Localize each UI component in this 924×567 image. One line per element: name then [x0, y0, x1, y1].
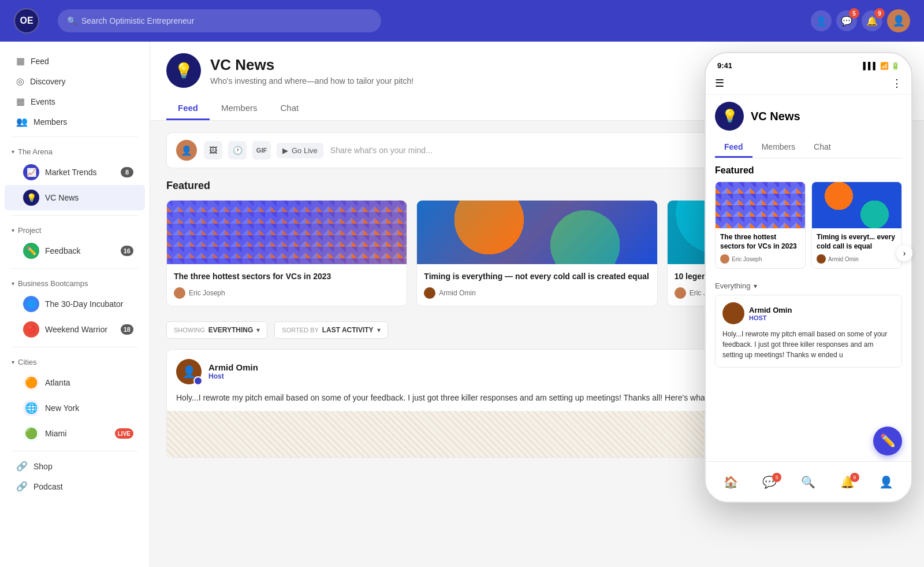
gif-button[interactable]: GIF: [252, 141, 271, 160]
author-avatar-1: [174, 287, 185, 299]
mobile-tab-chat[interactable]: Chat: [804, 138, 840, 158]
showing-dropdown[interactable]: SHOWING EVERYTHING ▾: [166, 321, 267, 339]
sidebar: ▦ Feed ◎ Discovery ▦ Events 👥 Members ▾ …: [0, 42, 150, 567]
mobile-nav-messages[interactable]: 💬 5: [762, 475, 777, 489]
author-avatar-3: [675, 287, 686, 299]
atlanta-dot: 🟠: [23, 375, 39, 391]
sorted-value: LAST ACTIVITY: [322, 326, 374, 334]
mobile-filter[interactable]: Everything ▾: [715, 277, 902, 295]
sidebar-item-warrior[interactable]: 🔴 Weekend Warrior 18: [5, 317, 145, 342]
sidebar-item-feedback[interactable]: ✏️ Feedback 16: [5, 238, 145, 264]
mobile-group-icon: 💡: [715, 102, 744, 131]
shop-label: Shop: [33, 462, 53, 471]
tab-members[interactable]: Members: [210, 97, 269, 120]
mobile-card-title-2: Timing is everyt... every cold call is e…: [817, 233, 897, 251]
sidebar-section-cities[interactable]: ▾ Cities: [0, 352, 150, 370]
mobile-more-icon[interactable]: ⋮: [892, 77, 902, 90]
showing-label: SHOWING: [174, 327, 205, 333]
sidebar-section-bootcamps[interactable]: ▾ Business Bootcamps: [0, 273, 150, 291]
mobile-fab-button[interactable]: ✏️: [873, 427, 902, 455]
mobile-notifications-badge: 9: [850, 473, 859, 482]
mobile-card-1[interactable]: The three hottest sectors for VCs in 202…: [715, 181, 806, 269]
members-icon: 👥: [16, 116, 28, 127]
chevron-down-icon: ▾: [12, 149, 14, 155]
mobile-nav-search[interactable]: 🔍: [801, 475, 815, 489]
sidebar-item-discovery[interactable]: ◎ Discovery: [5, 71, 145, 91]
feedback-badge: 16: [121, 246, 133, 256]
atlanta-label: Atlanta: [45, 378, 70, 387]
vc-news-label: VC News: [45, 193, 79, 202]
showing-chevron-icon: ▾: [256, 326, 260, 334]
sidebar-label-events: Events: [31, 97, 55, 106]
vc-news-icon: 💡: [23, 190, 39, 206]
post-author-info: Armid Omin Host: [208, 362, 258, 380]
incubator-icon: 🌐: [23, 296, 39, 312]
card-author-1: Eric Joseph: [174, 287, 400, 299]
sidebar-item-miami[interactable]: 🟢 Miami LIVE: [5, 421, 145, 446]
sidebar-item-market-trends[interactable]: 📈 Market Trends 8: [5, 160, 145, 185]
mobile-author-avatar-2: [817, 254, 826, 264]
sidebar-item-podcast[interactable]: 🔗 Podcast: [5, 476, 145, 496]
mobile-filter-label: Everything: [715, 281, 750, 290]
featured-card-1[interactable]: The three hottest sectors for VCs in 202…: [166, 200, 407, 306]
mobile-header: ☰ ⋮: [706, 72, 911, 95]
mobile-nav-notifications[interactable]: 🔔 9: [840, 475, 855, 489]
sidebar-item-atlanta[interactable]: 🟠 Atlanta: [5, 370, 145, 395]
mobile-post: Armid Omin HOST Holy...I rewrote my pitc…: [715, 295, 902, 368]
post-author-name: Armid Omin: [208, 362, 258, 372]
arena-section-label: The Arena: [18, 147, 53, 156]
bootcamps-section-label: Business Bootcamps: [18, 279, 88, 288]
tab-feed[interactable]: Feed: [166, 97, 210, 120]
search-icon: 🔍: [67, 16, 77, 25]
warrior-label: Weekend Warrior: [45, 325, 107, 334]
sidebar-item-feed[interactable]: ▦ Feed: [5, 51, 145, 71]
messages-button[interactable]: 💬 5: [836, 10, 857, 31]
feedback-icon: ✏️: [23, 243, 39, 259]
image-upload-button[interactable]: 🖼: [204, 141, 222, 160]
featured-card-2[interactable]: Timing is everything — not every cold ca…: [416, 200, 657, 306]
mobile-group-title-row: 💡 VC News: [715, 102, 902, 131]
sidebar-item-incubator[interactable]: 🌐 The 30-Day Incubator: [5, 291, 145, 317]
mobile-featured-cards: The three hottest sectors for VCs in 202…: [715, 181, 902, 269]
composer-actions: 🖼 🕐 GIF ▶ Go Live: [204, 141, 323, 160]
mobile-tab-feed[interactable]: Feed: [715, 138, 752, 158]
mobile-post-header: Armid Omin HOST: [722, 302, 895, 324]
sidebar-section-arena[interactable]: ▾ The Arena: [0, 142, 150, 160]
search-bar[interactable]: 🔍 Search Optimistic Entrepreneur: [58, 9, 381, 32]
sorted-dropdown[interactable]: SORTED BY LAST ACTIVITY ▾: [274, 321, 388, 339]
carousel-next-button[interactable]: ›: [896, 245, 912, 261]
miami-dot: 🟢: [23, 425, 39, 442]
tab-chat[interactable]: Chat: [269, 97, 311, 120]
user-avatar[interactable]: 👤: [887, 9, 910, 32]
chevron-bootcamps-icon: ▾: [12, 280, 14, 287]
sidebar-label-members: Members: [33, 117, 67, 127]
go-live-button[interactable]: ▶ Go Live: [277, 143, 323, 158]
mobile-card-2[interactable]: Timing is everyt... every cold call is e…: [811, 181, 902, 269]
sidebar-section-project[interactable]: ▾ Project: [0, 220, 150, 238]
sidebar-item-events[interactable]: ▦ Events: [5, 91, 145, 112]
mobile-top-space: [706, 53, 911, 59]
mobile-author-name-1: Eric Joseph: [732, 256, 762, 262]
card-title-1: The three hottest sectors for VCs in 202…: [174, 271, 400, 283]
sidebar-label-discovery: Discovery: [30, 77, 65, 86]
mobile-messages-badge: 5: [772, 473, 781, 482]
author-name-1: Eric Joseph: [189, 289, 225, 297]
sidebar-item-shop[interactable]: 🔗 Shop: [5, 456, 145, 476]
mobile-bottom-nav: 🏠 💬 5 🔍 🔔 9 👤: [706, 461, 911, 502]
mobile-menu-icon[interactable]: ☰: [715, 77, 724, 90]
sidebar-item-newyork[interactable]: 🌐 New York: [5, 395, 145, 421]
notifications-button[interactable]: 🔔 9: [862, 10, 882, 31]
mobile-nav-home[interactable]: 🏠: [724, 475, 738, 489]
mobile-tab-members[interactable]: Members: [752, 138, 804, 158]
sorted-chevron-icon: ▾: [377, 326, 381, 334]
add-user-button[interactable]: 👤: [811, 10, 832, 31]
home-icon: 🏠: [724, 475, 738, 489]
project-section-label: Project: [18, 226, 41, 235]
sidebar-item-vc-news[interactable]: 💡 VC News: [5, 185, 145, 210]
sidebar-item-members[interactable]: 👥 Members: [5, 112, 145, 132]
mobile-card-pattern-2: [812, 182, 901, 228]
app-logo[interactable]: OE: [14, 8, 39, 34]
clock-button[interactable]: 🕐: [228, 141, 247, 160]
mobile-nav-profile[interactable]: 👤: [879, 475, 893, 489]
top-navigation: OE 🔍 Search Optimistic Entrepreneur 👤 💬 …: [0, 0, 924, 42]
